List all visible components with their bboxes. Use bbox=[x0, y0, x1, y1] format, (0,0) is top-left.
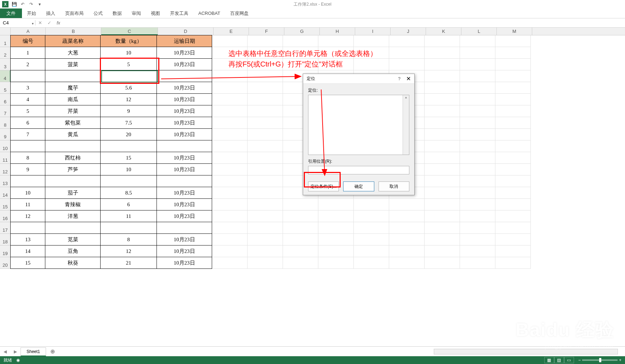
cell[interactable] bbox=[460, 59, 495, 70]
cell[interactable] bbox=[212, 164, 248, 175]
cell[interactable] bbox=[425, 94, 460, 105]
cell[interactable] bbox=[354, 245, 389, 257]
cell[interactable] bbox=[318, 257, 354, 269]
cell[interactable]: 12 bbox=[10, 210, 45, 222]
cell[interactable] bbox=[354, 35, 389, 47]
zoom-slider[interactable] bbox=[582, 359, 618, 361]
cell[interactable] bbox=[283, 222, 318, 234]
cell[interactable]: 编号 bbox=[10, 35, 45, 47]
cell[interactable] bbox=[495, 164, 531, 175]
cell[interactable] bbox=[460, 105, 495, 117]
cell[interactable]: 10 bbox=[100, 47, 157, 59]
cell[interactable] bbox=[495, 234, 531, 245]
cell[interactable] bbox=[354, 222, 389, 234]
ok-button[interactable]: 确定 bbox=[343, 181, 374, 191]
dialog-help-icon[interactable]: ? bbox=[398, 76, 400, 81]
cell[interactable] bbox=[495, 222, 531, 234]
cell[interactable]: 秋葵 bbox=[45, 257, 101, 269]
tab-home[interactable]: 开始 bbox=[22, 8, 41, 18]
cell[interactable]: 6 bbox=[100, 198, 157, 210]
cell[interactable] bbox=[248, 164, 283, 175]
cell[interactable] bbox=[425, 59, 460, 70]
cell[interactable] bbox=[248, 210, 283, 222]
formula-cancel-icon[interactable]: ✕ bbox=[35, 20, 45, 25]
cell[interactable]: 10月23日 bbox=[157, 245, 212, 257]
cell[interactable] bbox=[100, 222, 157, 234]
goto-list[interactable]: ▴ bbox=[308, 95, 409, 155]
cell[interactable] bbox=[425, 105, 460, 117]
tab-data[interactable]: 数据 bbox=[108, 8, 127, 18]
tab-acrobat[interactable]: ACROBAT bbox=[193, 8, 225, 18]
cell[interactable] bbox=[460, 222, 495, 234]
column-header-J[interactable]: J bbox=[391, 28, 426, 35]
tab-baidu[interactable]: 百度网盘 bbox=[225, 8, 254, 18]
row-header[interactable]: 11 bbox=[0, 152, 11, 164]
cell[interactable] bbox=[495, 70, 531, 82]
cell[interactable] bbox=[460, 129, 495, 140]
cell[interactable] bbox=[495, 140, 531, 152]
cell[interactable]: 10 bbox=[10, 187, 45, 199]
cell[interactable]: 11 bbox=[100, 210, 157, 222]
cell[interactable]: 12 bbox=[100, 93, 157, 105]
cell[interactable]: 9 bbox=[100, 105, 157, 117]
row-header[interactable]: 1 bbox=[0, 35, 11, 47]
cell[interactable] bbox=[248, 245, 283, 257]
cell[interactable] bbox=[495, 94, 531, 105]
cell[interactable] bbox=[248, 117, 283, 129]
zoom-in-icon[interactable]: + bbox=[619, 358, 621, 363]
cell[interactable] bbox=[460, 82, 495, 94]
cell[interactable]: 5 bbox=[10, 105, 45, 117]
cell[interactable] bbox=[283, 234, 318, 245]
cell[interactable]: 14 bbox=[10, 245, 45, 257]
cell[interactable] bbox=[460, 47, 495, 59]
cell[interactable] bbox=[495, 187, 531, 199]
tab-view[interactable]: 视图 bbox=[146, 8, 165, 18]
cell[interactable] bbox=[212, 105, 248, 117]
cell[interactable] bbox=[318, 199, 354, 210]
cell[interactable] bbox=[460, 117, 495, 129]
cell[interactable]: 8 bbox=[100, 233, 157, 245]
cell[interactable] bbox=[45, 175, 101, 187]
cell[interactable] bbox=[212, 117, 248, 129]
cell[interactable] bbox=[248, 140, 283, 152]
cell[interactable] bbox=[495, 175, 531, 187]
cell[interactable]: 8 bbox=[10, 152, 45, 164]
qat-more-icon[interactable]: ▾ bbox=[36, 1, 43, 8]
tab-page-layout[interactable]: 页面布局 bbox=[60, 8, 89, 18]
column-header-B[interactable]: B bbox=[46, 28, 101, 35]
cell[interactable] bbox=[460, 245, 495, 257]
cell[interactable] bbox=[212, 234, 248, 245]
cell[interactable]: 15 bbox=[10, 257, 45, 269]
column-header-G[interactable]: G bbox=[284, 28, 320, 35]
cell[interactable] bbox=[425, 164, 460, 175]
name-box-dropdown-icon[interactable]: ▾ bbox=[32, 22, 34, 25]
cell[interactable] bbox=[248, 222, 283, 234]
row-header[interactable]: 17 bbox=[0, 222, 11, 234]
cell[interactable] bbox=[212, 245, 248, 257]
cell[interactable] bbox=[10, 70, 45, 82]
column-header-C[interactable]: C bbox=[101, 28, 158, 35]
cell[interactable] bbox=[389, 222, 425, 234]
cell[interactable] bbox=[248, 187, 283, 199]
cell[interactable] bbox=[248, 94, 283, 105]
cell[interactable]: 10月23日 bbox=[157, 128, 212, 140]
cell[interactable] bbox=[495, 105, 531, 117]
row-header[interactable]: 15 bbox=[0, 199, 11, 210]
cell[interactable] bbox=[495, 117, 531, 129]
cell[interactable] bbox=[45, 140, 101, 152]
undo-icon[interactable]: ↶ bbox=[19, 1, 26, 8]
cell[interactable]: 南瓜 bbox=[45, 93, 101, 105]
cell[interactable] bbox=[495, 152, 531, 164]
cell[interactable] bbox=[212, 199, 248, 210]
column-header-M[interactable]: M bbox=[497, 28, 532, 35]
cell[interactable] bbox=[425, 187, 460, 199]
cell[interactable] bbox=[389, 59, 425, 70]
cell[interactable] bbox=[212, 210, 248, 222]
cell[interactable] bbox=[212, 70, 248, 82]
row-header[interactable]: 13 bbox=[0, 175, 11, 187]
row-header[interactable]: 10 bbox=[0, 140, 11, 152]
cell[interactable]: 21 bbox=[100, 257, 157, 269]
cell[interactable] bbox=[248, 152, 283, 164]
column-header-L[interactable]: L bbox=[461, 28, 497, 35]
view-page-break-icon[interactable]: ▭ bbox=[564, 357, 574, 363]
